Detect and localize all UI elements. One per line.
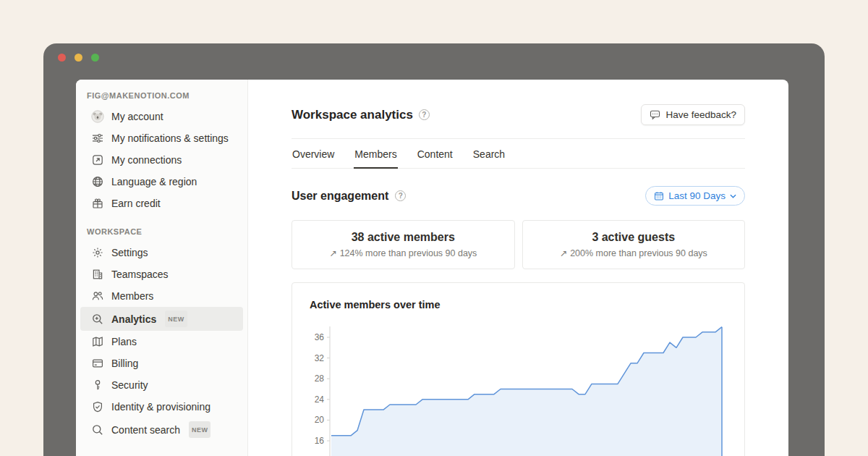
chevron-down-icon [730,194,736,198]
window-titlebar [43,43,825,71]
sidebar-item-earn-credit[interactable]: Earn credit [80,193,243,214]
sidebar-item-label: Security [111,378,148,392]
active-guests-delta: 200% more than previous 90 days [570,248,707,258]
chart-title: Active members over time [310,299,727,311]
sidebar-item-members[interactable]: Members [80,285,243,307]
have-feedback-button[interactable]: Have feedback? [641,104,745,125]
map-icon [91,335,104,348]
section-title: User engagement [292,190,388,203]
sidebar-item-label: Billing [111,356,138,371]
sliders-icon [91,132,104,145]
sidebar-item-billing[interactable]: Billing [80,352,243,374]
stat-cards-row: 38 active members ↗ 124% more than previ… [292,220,745,269]
main-header: Workspace analytics ? Have feedback? [292,80,745,139]
active-members-delta: 124% more than previous 90 days [340,248,477,258]
settings-sidebar: FIG@MAKENOTION.COM My account My notific… [76,80,248,456]
gear-icon [91,246,104,259]
workspace-section-heading: WORKSPACE [76,226,247,242]
sidebar-item-plans[interactable]: Plans [80,331,243,352]
svg-text:20: 20 [315,415,325,425]
members-chart: 363228242016 [310,321,727,456]
sidebar-item-my-account[interactable]: My account [80,106,243,127]
feedback-button-label: Have feedback? [665,109,736,120]
active-guests-card: 3 active guests ↗ 200% more than previou… [522,220,746,269]
magnifier-icon [91,423,104,436]
sidebar-item-label: Content search [111,423,180,437]
sidebar-item-label: Members [111,289,153,303]
gift-icon [91,197,104,210]
tab-members[interactable]: Members [354,139,397,169]
speech-bubble-icon [650,109,660,120]
sidebar-item-settings[interactable]: Settings [80,242,243,263]
building-icon [91,268,104,281]
svg-text:36: 36 [315,332,325,342]
settings-modal: FIG@MAKENOTION.COM My account My notific… [76,80,788,456]
sidebar-item-teamspaces[interactable]: Teamspaces [80,263,243,285]
sidebar-item-identity-provisioning[interactable]: Identity & provisioning [80,396,243,418]
sidebar-item-analytics[interactable]: Analytics NEW [80,307,243,331]
globe-icon [91,175,104,188]
active-members-headline: 38 active members [352,231,455,244]
sidebar-item-label: My connections [111,153,182,167]
trend-up-icon: ↗ [560,248,567,258]
active-members-card: 38 active members ↗ 124% more than previ… [292,220,515,269]
magnifier-plus-icon [91,313,104,326]
people-icon [91,290,104,303]
arrow-square-icon [91,153,104,166]
sidebar-item-label: Earn credit [111,196,161,211]
trend-up-icon: ↗ [329,248,336,258]
members-chart-card: Active members over time 363228242016 [292,282,745,456]
sidebar-item-label: Identity & provisioning [111,400,210,414]
sidebar-item-my-connections[interactable]: My connections [80,149,243,171]
tab-overview[interactable]: Overview [292,139,335,169]
sidebar-item-notifications-settings[interactable]: My notifications & settings [80,127,243,149]
sidebar-item-content-search[interactable]: Content search NEW [80,418,243,442]
sidebar-item-label: Analytics [111,312,156,326]
analytics-main-panel: Workspace analytics ? Have feedback? Ove… [248,80,788,456]
sidebar-item-label: My notifications & settings [111,131,229,145]
new-badge: NEW [165,311,187,327]
svg-text:28: 28 [315,373,325,384]
sidebar-item-label: My account [111,109,163,124]
user-engagement-section-header: User engagement ? Last 90 Days [292,186,745,206]
new-badge: NEW [189,421,211,438]
sidebar-item-label: Teamspaces [111,267,169,282]
sidebar-item-security[interactable]: Security [80,374,243,396]
calendar-icon [654,191,664,201]
svg-text:16: 16 [315,436,325,446]
key-icon [91,379,104,392]
zoom-window-button[interactable] [91,54,99,62]
sidebar-item-label: Language & region [111,174,197,189]
date-range-label: Last 90 Days [668,190,726,201]
close-window-button[interactable] [58,54,66,62]
account-email-label: FIG@MAKENOTION.COM [76,90,247,106]
page-title: Workspace analytics [292,108,413,122]
help-icon[interactable]: ? [395,190,406,201]
credit-card-icon [91,357,104,370]
tab-search[interactable]: Search [472,139,506,169]
svg-text:24: 24 [315,394,325,405]
help-icon[interactable]: ? [419,109,430,120]
analytics-tabs: Overview Members Content Search [292,139,745,169]
sidebar-item-label: Settings [111,245,148,260]
active-guests-headline: 3 active guests [592,231,675,244]
sidebar-item-language-region[interactable]: Language & region [80,171,243,193]
app-window: FIG@MAKENOTION.COM My account My notific… [43,43,825,456]
sidebar-item-label: Plans [111,334,137,349]
minimize-window-button[interactable] [75,54,82,62]
avatar-icon [91,110,104,123]
svg-text:32: 32 [315,353,325,363]
tab-content[interactable]: Content [417,139,454,169]
shield-check-icon [91,400,104,413]
date-range-dropdown[interactable]: Last 90 Days [645,186,745,206]
